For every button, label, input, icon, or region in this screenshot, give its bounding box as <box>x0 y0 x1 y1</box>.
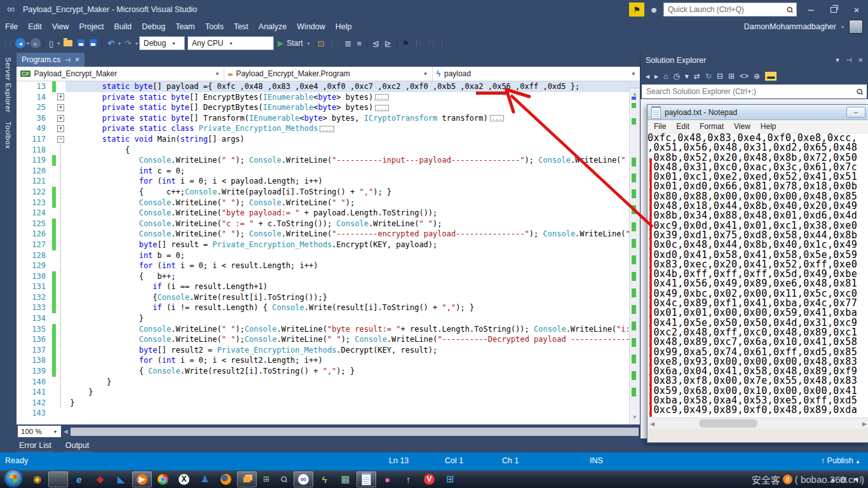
menu-view[interactable]: View <box>47 20 74 33</box>
view-code-icon[interactable]: <> <box>740 72 749 81</box>
tab-program-cs[interactable]: Program.cs ⊤ × <box>17 53 85 67</box>
solution-explorer-search-input[interactable]: Search Solution Explorer (Ctrl+;) Ϙ <box>642 85 867 98</box>
wrench-icon[interactable]: ⊕ <box>754 72 760 81</box>
new-file-icon[interactable]: ▯ <box>46 39 56 48</box>
code-line[interactable]: 141} <box>17 387 640 398</box>
code-line[interactable]: 120int c = 0; <box>17 166 640 177</box>
code-line[interactable]: 137byte[] result2 = Private_Encryption_M… <box>17 345 640 356</box>
menu-window[interactable]: Window <box>292 20 330 33</box>
notepad-menu-view[interactable]: View <box>729 121 756 132</box>
code-line[interactable]: 25+private static byte[] DecryptBytes(IE… <box>17 102 640 113</box>
toolbar-grip2[interactable]: ⋮⋮ <box>327 40 342 47</box>
notepad-scroll-left-icon[interactable]: ◀ <box>648 421 657 427</box>
indent-decrease-icon[interactable]: ⊴ <box>370 39 382 48</box>
solution-platforms-dropdown[interactable]: Any CPU▾ <box>187 36 274 50</box>
dropdown-caret-icon[interactable]: ▾ <box>685 72 689 81</box>
code-line[interactable]: 14+private static byte[] EncryptBytes(IE… <box>17 92 640 103</box>
visual-studio-icon[interactable]: ∞ <box>294 471 313 487</box>
notepad-taskbar-icon[interactable] <box>356 471 376 487</box>
scroll-down-icon[interactable]: ▼ <box>630 412 640 423</box>
attach-process-icon[interactable]: ⊡ <box>315 39 327 48</box>
code-line[interactable]: 131if (i == result.Length+1) <box>17 281 640 292</box>
code-line[interactable]: 135Console.WriteLine(" ");Console.WriteL… <box>17 324 640 335</box>
code-line[interactable]: 125Console.WriteLine("c := " + c.ToStrin… <box>17 219 640 229</box>
potplayer-icon[interactable]: ▶ <box>132 471 152 487</box>
notepad-minimize-button[interactable]: ─ <box>846 107 865 118</box>
editor-zoom-dropdown[interactable]: 100 %▾ <box>18 426 61 437</box>
title-bar[interactable]: ∞ Payload_Encrypt_Maker - Microsoft Visu… <box>0 0 868 19</box>
code-editor[interactable]: 13static byte[] payload ={ 0xfc ,0x48 ,0… <box>17 81 640 424</box>
properties-pages-icon[interactable]: ⊞ <box>728 72 735 81</box>
outline-collapse-icon[interactable]: ≣ <box>342 39 355 48</box>
notepad-menu-format[interactable]: Format <box>695 121 729 132</box>
menu-help[interactable]: Help <box>330 20 357 33</box>
menu-build[interactable]: Build <box>109 20 137 33</box>
windows-explorer-icon[interactable] <box>48 471 68 487</box>
close-button[interactable]: × <box>848 3 865 17</box>
undo-caret-icon[interactable]: ▾ <box>117 41 122 46</box>
code-line[interactable]: 138for (int i = 0; i < result2.Length; i… <box>17 355 640 366</box>
notepad-text-area[interactable]: 0xfc,0x48,0x83,0xe4,0xf0,0xe8,0xcc,,0x51… <box>648 133 868 417</box>
search-tool-icon[interactable]: Ϙ <box>276 471 292 487</box>
home-icon[interactable]: ⌂ <box>663 72 668 81</box>
code-line[interactable]: 127byte[] result = Private_Encryption_Me… <box>17 240 640 250</box>
bookmark-prev-icon[interactable]: ⚐ <box>412 39 425 48</box>
type-dropdown[interactable]: ▸▸ Payload_Encrypt_Maker.Program▾ <box>224 67 432 81</box>
menu-tools[interactable]: Tools <box>200 20 229 33</box>
code-line[interactable]: 142} <box>17 398 640 409</box>
project-dropdown[interactable]: C# Payload_Encrypt_Maker▾ <box>17 67 224 81</box>
code-line[interactable]: 36+private static byte[] Transform(IEnum… <box>17 113 640 124</box>
format-factory-icon[interactable] <box>237 471 257 487</box>
menu-team[interactable]: Team <box>170 20 200 33</box>
internet-explorer-icon[interactable]: e <box>69 471 89 487</box>
user-avatar[interactable] <box>849 20 863 34</box>
navigate-forward-icon[interactable]: ▸ <box>31 38 41 48</box>
code-line[interactable]: 140} <box>17 377 640 388</box>
remote-monitor-icon[interactable]: ▦ <box>336 471 355 487</box>
daemon-tools-icon[interactable]: ◆ <box>90 471 110 487</box>
menu-analyze[interactable]: Analyze <box>254 20 292 33</box>
minimize-button[interactable]: ─ <box>802 3 820 17</box>
save-icon[interactable] <box>75 39 87 48</box>
toolbar-grip3[interactable]: ⋮ <box>437 40 447 47</box>
redo-caret-icon[interactable]: ▾ <box>134 41 139 46</box>
code-line[interactable]: 119Console.WriteLine(" "); Console.Write… <box>17 155 640 166</box>
code-line[interactable]: 126Console.WriteLine(" "); Console.Write… <box>17 229 640 240</box>
bookmark-icon[interactable]: ⚑ <box>400 39 412 48</box>
remote-desktop-icon[interactable]: ⊞ <box>258 471 275 487</box>
notepad-scroll-thumb[interactable] <box>699 419 757 428</box>
code-line[interactable]: 118{ <box>17 145 640 156</box>
panel-pin-icon[interactable]: ⊤ <box>844 57 853 64</box>
notepad-title-bar[interactable]: payload.txt - Notepad ─ <box>648 105 868 120</box>
xshell-icon[interactable]: X <box>174 471 194 487</box>
signed-in-user[interactable]: DamonMohammadbagher <box>744 22 836 31</box>
notepad-horizontal-scrollbar[interactable]: ◀ ▶ <box>648 417 868 429</box>
code-line[interactable]: 132{Console.Write(result[i].ToString());… <box>17 292 640 303</box>
code-line[interactable]: 139{ Console.Write(result2[i].ToString()… <box>17 366 640 377</box>
indent-increase-icon[interactable]: ⊵ <box>382 39 394 48</box>
collapse-all-icon[interactable]: ⊟ <box>717 72 723 81</box>
code-line[interactable]: 133if (i != result.Length) { Console.Wri… <box>17 302 640 313</box>
start-debug-button[interactable]: ▶ Start ▾ <box>274 39 315 48</box>
code-line[interactable]: 49+private static class Private_Encrypti… <box>17 123 640 134</box>
publish-button[interactable]: ↑ Publish ▲ <box>821 456 860 465</box>
notepad-menu-file[interactable]: File <box>649 121 671 132</box>
paint-palette-icon[interactable]: ● <box>377 471 397 487</box>
user-caret-icon[interactable]: ▾ <box>840 24 845 30</box>
pending-changes-icon[interactable]: ◷ <box>673 72 679 81</box>
tool-tab-output[interactable]: Output <box>65 441 90 450</box>
notepad-scroll-right-icon[interactable]: ▶ <box>860 421 868 427</box>
tool-tab-error-list[interactable]: Error List <box>19 441 51 450</box>
back-caret-icon[interactable]: ▾ <box>25 41 31 46</box>
feedback-icon[interactable]: ☻ <box>649 5 658 15</box>
editor-horizontal-scrollbar[interactable] <box>71 428 639 436</box>
open-file-icon[interactable] <box>61 39 75 48</box>
code-line[interactable]: 130{ b++; <box>17 271 640 282</box>
split-handle[interactable] <box>630 81 640 88</box>
save-all-icon[interactable] <box>87 39 99 48</box>
back-icon[interactable]: ◂ <box>646 72 649 81</box>
vmware-windows-icon[interactable]: ⊞ <box>440 471 460 487</box>
undo-icon[interactable]: ↶ <box>105 39 117 48</box>
menu-debug[interactable]: Debug <box>137 20 170 33</box>
new-file-caret-icon[interactable]: ▾ <box>56 41 61 46</box>
